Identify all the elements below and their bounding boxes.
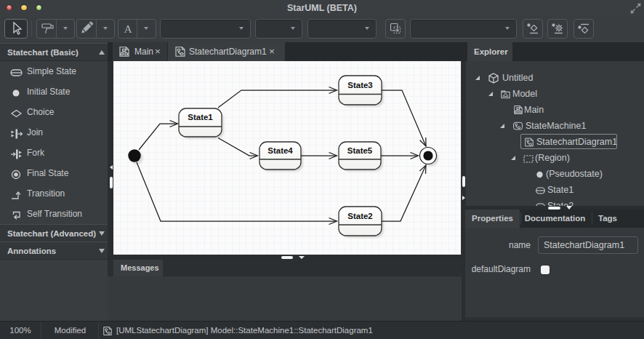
svg-text:State3: State3 [347, 81, 373, 89]
svg-text:State4: State4 [267, 146, 293, 155]
svg-text:State2: State2 [347, 212, 373, 220]
svg-text:State1: State1 [188, 113, 213, 121]
svg-text:State5: State5 [347, 146, 373, 155]
